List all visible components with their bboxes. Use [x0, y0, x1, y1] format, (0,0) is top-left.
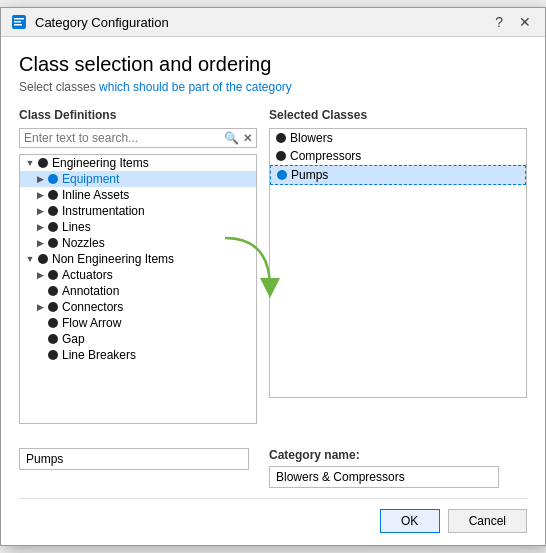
dot-gap [48, 334, 58, 344]
subtitle-prefix: Select classes [19, 80, 99, 94]
search-input[interactable] [24, 131, 224, 145]
selected-item-blowers[interactable]: Blowers [270, 129, 526, 147]
tree-label-engineering: Engineering Items [52, 156, 149, 170]
tree-label-linebreakers: Line Breakers [62, 348, 136, 362]
tree-item-connectors[interactable]: ▶Connectors [20, 299, 256, 315]
tree-label-actuators: Actuators [62, 268, 113, 282]
dot-nozzles [48, 238, 58, 248]
tree-label-nozzles: Nozzles [62, 236, 105, 250]
close-button[interactable]: ✕ [515, 14, 535, 30]
tree-container[interactable]: ▼Engineering Items▶Equipment▶Inline Asse… [19, 154, 257, 424]
expand-arrow-instrumentation[interactable]: ▶ [34, 205, 46, 217]
selected-dot-pumps [277, 170, 287, 180]
dot-flowarrow [48, 318, 58, 328]
help-button[interactable]: ? [491, 14, 507, 30]
tree-item-noneng[interactable]: ▼Non Engineering Items [20, 251, 256, 267]
bottom-area: Category name: OK Cancel [1, 448, 545, 545]
category-label: Category name: [269, 448, 527, 462]
expand-arrow-inline[interactable]: ▶ [34, 189, 46, 201]
dot-lines [48, 222, 58, 232]
dialog-body: Class selection and ordering Select clas… [1, 37, 545, 448]
tree-item-annotation[interactable]: Annotation [20, 283, 256, 299]
right-panel: Selected Classes BlowersCompressorsPumps [269, 108, 527, 424]
tree-label-connectors: Connectors [62, 300, 123, 314]
left-bottom [19, 448, 257, 488]
title-bar-controls: ? ✕ [491, 14, 535, 30]
dot-instrumentation [48, 206, 58, 216]
dot-linebreakers [48, 350, 58, 360]
tree-item-lines[interactable]: ▶Lines [20, 219, 256, 235]
dot-connectors [48, 302, 58, 312]
selected-dot-blowers [276, 133, 286, 143]
selected-label-blowers: Blowers [290, 131, 333, 145]
cancel-button[interactable]: Cancel [448, 509, 527, 533]
subtitle-link[interactable]: which should be part of the category [99, 80, 292, 94]
tree-label-instrumentation: Instrumentation [62, 204, 145, 218]
expand-arrow-annotation[interactable] [34, 285, 46, 297]
selected-label-pumps: Pumps [291, 168, 328, 182]
clear-search-icon[interactable]: ✕ [243, 132, 252, 145]
class-name-input[interactable] [19, 448, 249, 470]
tree-label-gap: Gap [62, 332, 85, 346]
expand-arrow-equipment[interactable]: ▶ [34, 173, 46, 185]
expand-arrow-noneng[interactable]: ▼ [24, 253, 36, 265]
title-bar: Category Configuration ? ✕ [1, 8, 545, 37]
tree-item-instrumentation[interactable]: ▶Instrumentation [20, 203, 256, 219]
dot-noneng [38, 254, 48, 264]
tree-item-linebreakers[interactable]: Line Breakers [20, 347, 256, 363]
dot-engineering [38, 158, 48, 168]
selected-item-pumps[interactable]: Pumps [270, 165, 526, 185]
search-icon[interactable]: 🔍 [224, 131, 239, 145]
expand-arrow-nozzles[interactable]: ▶ [34, 237, 46, 249]
selected-list[interactable]: BlowersCompressorsPumps [269, 128, 527, 398]
tree-item-engineering[interactable]: ▼Engineering Items [20, 155, 256, 171]
tree-label-annotation: Annotation [62, 284, 119, 298]
tree-item-actuators[interactable]: ▶Actuators [20, 267, 256, 283]
dot-actuators [48, 270, 58, 280]
tree-label-equipment: Equipment [62, 172, 119, 186]
svg-rect-2 [14, 21, 21, 23]
panels-wrapper: Class Definitions 🔍 ✕ ▼Engineering Items… [19, 108, 527, 424]
window-title: Category Configuration [35, 15, 169, 30]
expand-arrow-flowarrow[interactable] [34, 317, 46, 329]
search-icons: 🔍 ✕ [224, 131, 252, 145]
tree-item-equipment[interactable]: ▶Equipment [20, 171, 256, 187]
left-panel: Class Definitions 🔍 ✕ ▼Engineering Items… [19, 108, 257, 424]
selected-label-compressors: Compressors [290, 149, 361, 163]
svg-rect-1 [14, 18, 24, 20]
expand-arrow-actuators[interactable]: ▶ [34, 269, 46, 281]
search-box: 🔍 ✕ [19, 128, 257, 148]
tree-item-gap[interactable]: Gap [20, 331, 256, 347]
expand-arrow-engineering[interactable]: ▼ [24, 157, 36, 169]
expand-arrow-lines[interactable]: ▶ [34, 221, 46, 233]
dialog-heading: Class selection and ordering [19, 53, 527, 76]
tree-label-lines: Lines [62, 220, 91, 234]
tree-label-flowarrow: Flow Arrow [62, 316, 121, 330]
expand-arrow-connectors[interactable]: ▶ [34, 301, 46, 313]
input-and-category: Category name: [19, 448, 527, 488]
tree-label-inline: Inline Assets [62, 188, 129, 202]
expand-arrow-gap[interactable] [34, 333, 46, 345]
right-bottom: Category name: [269, 448, 527, 488]
button-row: OK Cancel [19, 498, 527, 533]
dialog-window: Category Configuration ? ✕ Class selecti… [0, 7, 546, 546]
expand-arrow-linebreakers[interactable] [34, 349, 46, 361]
title-bar-left: Category Configuration [11, 14, 169, 30]
svg-rect-3 [14, 24, 22, 26]
tree-item-nozzles[interactable]: ▶Nozzles [20, 235, 256, 251]
panels: Class Definitions 🔍 ✕ ▼Engineering Items… [19, 108, 527, 424]
dot-annotation [48, 286, 58, 296]
right-panel-label: Selected Classes [269, 108, 527, 122]
tree-item-flowarrow[interactable]: Flow Arrow [20, 315, 256, 331]
left-panel-label: Class Definitions [19, 108, 257, 122]
selected-item-compressors[interactable]: Compressors [270, 147, 526, 165]
dot-equipment [48, 174, 58, 184]
tree-label-noneng: Non Engineering Items [52, 252, 174, 266]
selected-dot-compressors [276, 151, 286, 161]
category-name-input[interactable] [269, 466, 499, 488]
dialog-subtitle: Select classes which should be part of t… [19, 80, 527, 94]
dot-inline [48, 190, 58, 200]
app-icon [11, 14, 27, 30]
ok-button[interactable]: OK [380, 509, 440, 533]
tree-item-inline[interactable]: ▶Inline Assets [20, 187, 256, 203]
